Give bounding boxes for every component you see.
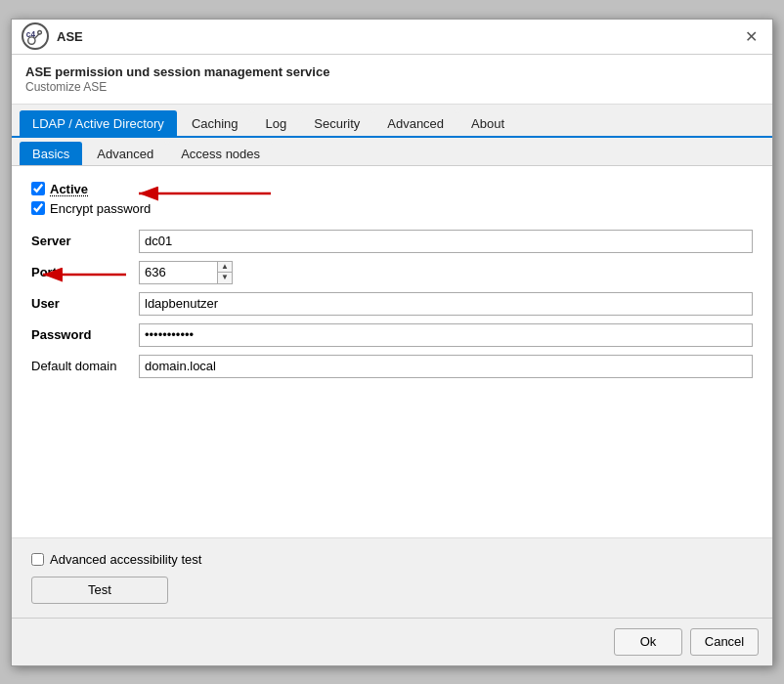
encrypt-checkbox[interactable]	[31, 201, 45, 215]
tab-sub-access-nodes[interactable]: Access nodes	[168, 142, 273, 165]
active-checkbox[interactable]	[31, 182, 45, 195]
adv-test-checkbox[interactable]	[31, 553, 44, 566]
tab-main-security[interactable]: Security	[301, 110, 372, 136]
domain-row: Default domain	[31, 355, 753, 378]
user-row: User	[31, 292, 753, 316]
ok-button[interactable]: Ok	[614, 628, 682, 656]
password-label: Password	[31, 327, 139, 342]
svg-point-3	[38, 31, 42, 35]
tab-main-about[interactable]: About	[458, 110, 517, 136]
tab-main-advanced[interactable]: Advanced	[374, 110, 457, 136]
title-bar-left: c4 ASE	[22, 22, 83, 50]
password-input[interactable]	[139, 323, 753, 347]
header-app-subtitle: Customize ASE	[25, 80, 759, 94]
port-label: Port	[31, 265, 139, 279]
close-button[interactable]: ✕	[739, 24, 762, 48]
header-section: ASE permission und session management se…	[12, 55, 772, 105]
port-wrapper: ▲ ▼	[139, 261, 233, 284]
password-row: Password	[31, 323, 753, 347]
app-icon: c4	[22, 22, 49, 50]
port-input[interactable]	[139, 261, 217, 284]
main-tab-bar: LDAP / Active Directory Caching Log Secu…	[12, 105, 772, 138]
title-bar: c4 ASE ✕	[12, 20, 772, 55]
server-input[interactable]	[139, 230, 753, 253]
port-increment[interactable]: ▲	[218, 262, 232, 273]
tab-main-ldap[interactable]: LDAP / Active Directory	[20, 110, 177, 136]
server-row: Server	[31, 230, 753, 253]
server-label: Server	[31, 234, 139, 248]
header-app-title: ASE permission und session management se…	[25, 64, 759, 79]
adv-test-row: Advanced accessibility test	[31, 552, 753, 567]
bottom-section: Advanced accessibility test Test	[12, 537, 772, 618]
window-title: ASE	[57, 29, 83, 44]
tab-sub-advanced[interactable]: Advanced	[84, 142, 166, 165]
tab-sub-basics[interactable]: Basics	[20, 142, 82, 165]
port-row: Port ▲ ▼	[31, 261, 753, 284]
encrypt-row: Encrypt password	[31, 201, 753, 216]
tab-main-caching[interactable]: Caching	[179, 110, 251, 136]
active-label[interactable]: Active	[50, 182, 88, 196]
tab-main-log[interactable]: Log	[253, 110, 300, 136]
user-label: User	[31, 296, 139, 311]
port-spinner: ▲ ▼	[217, 261, 233, 284]
adv-test-label[interactable]: Advanced accessibility test	[50, 552, 201, 567]
port-decrement[interactable]: ▼	[218, 273, 232, 283]
dialog-footer: Ok Cancel	[12, 618, 772, 665]
cancel-button[interactable]: Cancel	[690, 628, 759, 656]
form-section: Server Port ▲	[31, 230, 753, 378]
user-input[interactable]	[139, 292, 753, 316]
encrypt-label[interactable]: Encrypt password	[50, 201, 151, 216]
test-button[interactable]: Test	[31, 577, 168, 604]
default-domain-label: Default domain	[31, 359, 139, 373]
sub-tab-bar: Basics Advanced Access nodes	[12, 138, 772, 166]
main-window: c4 ASE ✕ ASE permission und session mana…	[11, 19, 773, 666]
default-domain-input[interactable]	[139, 355, 753, 378]
content-area: Active Encrypt password Server	[12, 166, 772, 537]
active-row: Active	[31, 182, 88, 196]
